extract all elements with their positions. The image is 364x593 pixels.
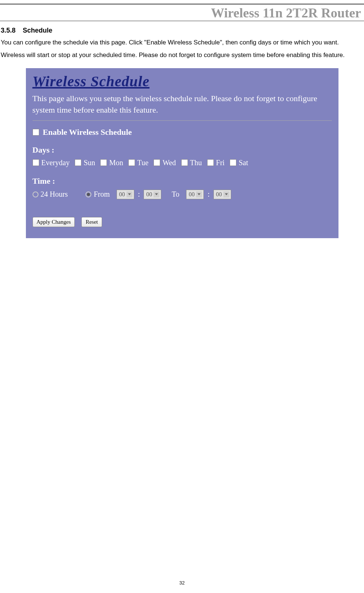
section-title: Schedule (23, 27, 53, 34)
from-min-value: 00 (146, 191, 152, 198)
from-min-select[interactable]: 00 (144, 190, 161, 199)
day-sun: Sun (75, 159, 95, 167)
label-fri: Fri (216, 159, 225, 167)
section-number: 3.5.8 (1, 27, 16, 34)
page-header: Wireless 11n 2T2R Router (0, 4, 364, 21)
day-thu: Thu (181, 159, 202, 167)
label-24hours: 24 Hours (41, 190, 68, 199)
label-tue: Tue (137, 159, 148, 167)
time-24h-option: 24 Hours (33, 190, 68, 199)
checkbox-thu[interactable] (181, 159, 188, 166)
to-min-select[interactable]: 00 (213, 190, 231, 199)
to-hour-select[interactable]: 00 (186, 190, 204, 199)
day-sat: Sat (230, 159, 248, 167)
label-to: To (172, 190, 179, 199)
colon-2: : (208, 190, 210, 199)
panel-description: This page allows you setup the wireless … (33, 93, 332, 116)
label-sun: Sun (84, 159, 95, 167)
to-hour-value: 00 (189, 191, 195, 198)
section-body: You can configure the schedule via this … (1, 36, 363, 61)
time-label: Time : (33, 176, 332, 186)
label-mon: Mon (109, 159, 123, 167)
enable-row: Enable Wireless Schedule (33, 127, 332, 137)
header-title: Wireless 11n 2T2R Router (211, 6, 361, 20)
checkbox-mon[interactable] (100, 159, 107, 166)
chevron-down-icon (154, 191, 159, 197)
label-everyday: Everyday (41, 159, 70, 167)
day-fri: Fri (207, 159, 225, 167)
radio-from[interactable] (85, 191, 91, 197)
time-from-option: From (85, 190, 109, 199)
panel-title: Wireless Schedule (33, 73, 332, 90)
divider (33, 120, 332, 121)
chevron-down-icon (223, 191, 229, 197)
days-label: Days : (33, 145, 332, 155)
label-from: From (94, 190, 109, 199)
label-sat: Sat (239, 159, 248, 167)
reset-button[interactable]: Reset (81, 217, 102, 227)
from-hour-value: 00 (119, 191, 125, 198)
enable-label: Enable Wireless Schedule (43, 127, 132, 137)
radio-24hours[interactable] (33, 191, 38, 197)
day-wed: Wed (154, 159, 176, 167)
checkbox-wed[interactable] (154, 159, 160, 166)
checkbox-sat[interactable] (230, 159, 236, 166)
checkbox-fri[interactable] (207, 159, 214, 166)
day-everyday: Everyday (33, 159, 70, 167)
content-area: 3.5.8 Schedule You can configure the sch… (0, 21, 364, 238)
checkbox-sun[interactable] (75, 159, 81, 166)
colon-1: : (138, 190, 140, 199)
embedded-screenshot: Wireless Schedule This page allows you s… (26, 68, 338, 238)
section-heading: 3.5.8 Schedule (1, 27, 363, 34)
label-wed: Wed (162, 159, 176, 167)
page-number: 32 (179, 580, 185, 586)
day-mon: Mon (100, 159, 123, 167)
checkbox-tue[interactable] (128, 159, 135, 166)
days-row: Everyday Sun Mon Tue Wed (33, 159, 332, 167)
chevron-down-icon (196, 191, 202, 197)
from-hour-select[interactable]: 00 (117, 190, 134, 199)
button-row: Apply Changes Reset (33, 217, 332, 227)
chevron-down-icon (127, 191, 132, 197)
day-tue: Tue (128, 159, 148, 167)
checkbox-everyday[interactable] (33, 159, 39, 166)
to-min-value: 00 (216, 191, 222, 198)
enable-checkbox[interactable] (33, 129, 39, 136)
time-row: 24 Hours From 00 : 00 To 00 (33, 190, 332, 199)
apply-changes-button[interactable]: Apply Changes (33, 217, 75, 227)
wireless-schedule-panel: Wireless Schedule This page allows you s… (26, 68, 338, 238)
label-thu: Thu (190, 159, 202, 167)
